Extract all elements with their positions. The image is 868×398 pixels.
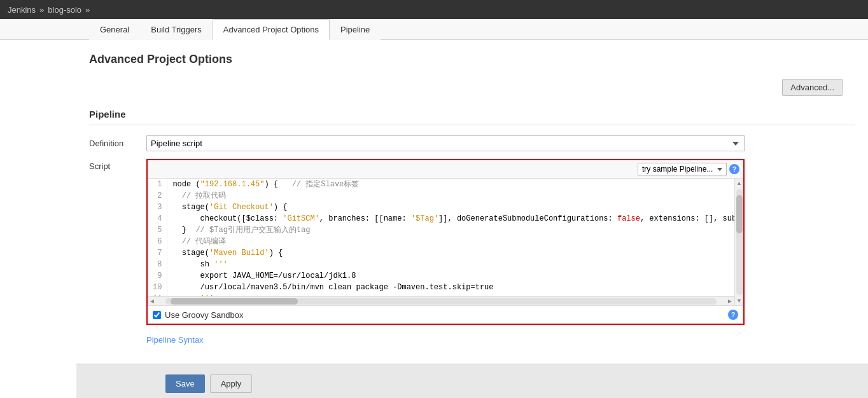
- line-num-3: 3: [148, 202, 167, 213]
- apply-button[interactable]: Apply: [210, 374, 253, 393]
- script-label: Script: [89, 159, 146, 171]
- line-num-4: 4: [148, 213, 167, 224]
- tab-general[interactable]: General: [89, 19, 140, 40]
- content-area: Advanced Project Options Advanced... Pip…: [0, 40, 868, 398]
- code-content-5: } // $Tag引用用户交互输入的tag: [167, 224, 734, 236]
- code-content-8: sh ''': [167, 259, 734, 270]
- line-num-11: 11: [148, 293, 167, 296]
- save-button[interactable]: Save: [165, 374, 205, 393]
- tab-bar: General Build Triggers Advanced Project …: [0, 19, 868, 40]
- pipeline-section: Pipeline Definition Pipeline script Scri…: [89, 109, 855, 345]
- code-line-2: 2 // 拉取代码: [148, 190, 734, 202]
- editor-scroll-wrapper: 1 node ("192.168.1.45") { // 指定Slave标签 2…: [148, 179, 743, 305]
- vscroll-thumb[interactable]: [736, 195, 743, 233]
- line-num-7: 7: [148, 247, 167, 259]
- code-editor[interactable]: 1 node ("192.168.1.45") { // 指定Slave标签 2…: [148, 179, 734, 296]
- advanced-button[interactable]: Advanced...: [782, 79, 843, 96]
- code-content-1: node ("192.168.1.45") { // 指定Slave标签: [167, 179, 734, 190]
- vertical-scrollbar[interactable]: ▲ ▼: [734, 179, 743, 305]
- horizontal-scrollbar[interactable]: ◄ ►: [148, 296, 734, 305]
- definition-row: Definition Pipeline script: [89, 135, 855, 151]
- code-line-3: 3 stage('Git Checkout') {: [148, 202, 734, 213]
- code-content-4: checkout([$class: 'GitSCM', branches: [[…: [167, 213, 734, 224]
- hscroll-thumb[interactable]: [171, 298, 298, 305]
- code-content-9: export JAVA_HOME=/usr/local/jdk1.8: [167, 270, 734, 282]
- breadcrumb-project[interactable]: blog-solo: [48, 5, 81, 15]
- hscroll-left-arrow[interactable]: ◄: [149, 298, 155, 305]
- use-groovy-checkbox[interactable]: [153, 311, 161, 319]
- script-row: Script try sample Pipeline... ?: [89, 159, 855, 325]
- definition-label: Definition: [89, 139, 146, 148]
- use-groovy-label: Use Groovy Sandbox: [165, 310, 244, 320]
- pipeline-section-title: Pipeline: [89, 109, 855, 125]
- code-table: 1 node ("192.168.1.45") { // 指定Slave标签 2…: [148, 179, 734, 296]
- pipeline-syntax-link[interactable]: Pipeline Syntax: [146, 335, 204, 345]
- use-groovy-row: Use Groovy Sandbox ?: [148, 305, 743, 324]
- code-line-11: 11 ''': [148, 293, 734, 296]
- tab-pipeline[interactable]: Pipeline: [330, 19, 381, 40]
- code-content-3: stage('Git Checkout') {: [167, 202, 734, 213]
- script-help-icon[interactable]: ?: [729, 164, 739, 174]
- main-content: General Build Triggers Advanced Project …: [0, 19, 868, 398]
- breadcrumb-sep2: »: [85, 5, 90, 15]
- try-sample-select[interactable]: try sample Pipeline...: [638, 163, 727, 175]
- code-line-4: 4 checkout([$class: 'GitSCM', branches: …: [148, 213, 734, 224]
- script-editor-container: try sample Pipeline... ? 1: [146, 159, 745, 325]
- line-num-2: 2: [148, 190, 167, 202]
- code-content-6: // 代码编译: [167, 236, 734, 247]
- code-content-11: ''': [167, 293, 734, 296]
- hscroll-right-arrow[interactable]: ►: [727, 298, 733, 305]
- code-content-7: stage('Maven Build') {: [167, 247, 734, 259]
- editor-code-area[interactable]: 1 node ("192.168.1.45") { // 指定Slave标签 2…: [148, 179, 734, 305]
- breadcrumb-sep1: »: [39, 5, 44, 15]
- groovy-help-icon[interactable]: ?: [728, 310, 738, 320]
- code-line-6: 6 // 代码编译: [148, 236, 734, 247]
- tab-build-triggers[interactable]: Build Triggers: [140, 19, 212, 40]
- line-num-8: 8: [148, 259, 167, 270]
- line-num-9: 9: [148, 270, 167, 282]
- line-num-1: 1: [148, 179, 167, 190]
- definition-select[interactable]: Pipeline script: [146, 135, 745, 151]
- line-num-10: 10: [148, 282, 167, 293]
- page-title: Advanced Project Options: [89, 53, 855, 66]
- advanced-btn-row: Advanced...: [89, 79, 855, 96]
- code-line-7: 7 stage('Maven Build') {: [148, 247, 734, 259]
- editor-toolbar: try sample Pipeline... ?: [148, 160, 743, 179]
- code-line-9: 9 export JAVA_HOME=/usr/local/jdk1.8: [148, 270, 734, 282]
- vscroll-up-arrow[interactable]: ▲: [736, 179, 742, 188]
- line-num-6: 6: [148, 236, 167, 247]
- breadcrumb-jenkins[interactable]: Jenkins: [8, 5, 36, 15]
- vscroll-down-arrow[interactable]: ▼: [736, 296, 742, 305]
- tab-advanced-project-options[interactable]: Advanced Project Options: [213, 19, 330, 40]
- code-content-2: // 拉取代码: [167, 190, 734, 202]
- line-num-5: 5: [148, 224, 167, 236]
- breadcrumb-bar: Jenkins » blog-solo »: [0, 0, 868, 19]
- code-line-5: 5 } // $Tag引用用户交互输入的tag: [148, 224, 734, 236]
- footer-buttons: Save Apply: [76, 364, 868, 398]
- code-line-10: 10 /usr/local/maven3.5/bin/mvn clean pac…: [148, 282, 734, 293]
- vscroll-track[interactable]: [736, 189, 743, 295]
- code-line-8: 8 sh ''': [148, 259, 734, 270]
- code-content-10: /usr/local/maven3.5/bin/mvn clean packag…: [167, 282, 734, 293]
- code-line-1: 1 node ("192.168.1.45") { // 指定Slave标签: [148, 179, 734, 190]
- hscroll-track[interactable]: [165, 298, 717, 305]
